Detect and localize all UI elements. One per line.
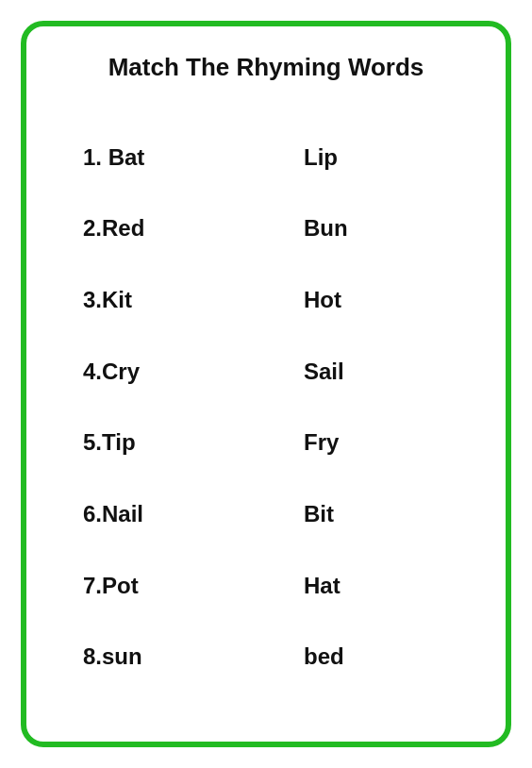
word-right-4: Sail [266,359,468,385]
word-row: 3.KitHot [64,287,468,313]
word-list: 1. BatLip2.RedBun3.KitHot4.CrySail5.TipF… [64,99,468,715]
page-title: Match The Rhyming Words [108,53,424,82]
word-row: 1. BatLip [64,144,468,171]
word-row: 6.NailBit [64,501,468,527]
word-left-6: 6.Nail [64,501,266,527]
word-right-3: Hot [266,287,468,313]
word-left-2: 2.Red [64,215,266,242]
word-left-5: 5.Tip [64,429,266,456]
word-right-8: bed [266,643,468,670]
word-left-8: 8.sun [64,643,266,670]
word-right-1: Lip [266,144,468,171]
word-row: 2.RedBun [64,215,468,242]
word-right-5: Fry [266,429,468,456]
word-right-6: Bit [266,501,468,527]
word-row: 7.PotHat [64,573,468,599]
word-left-1: 1. Bat [64,144,266,171]
word-left-3: 3.Kit [64,287,266,313]
word-right-7: Hat [266,573,468,599]
word-row: 8.sunbed [64,643,468,670]
main-card: Match The Rhyming Words 1. BatLip2.RedBu… [21,21,511,747]
word-row: 4.CrySail [64,359,468,385]
word-right-2: Bun [266,215,468,242]
word-left-4: 4.Cry [64,359,266,385]
word-row: 5.TipFry [64,429,468,456]
word-left-7: 7.Pot [64,573,266,599]
